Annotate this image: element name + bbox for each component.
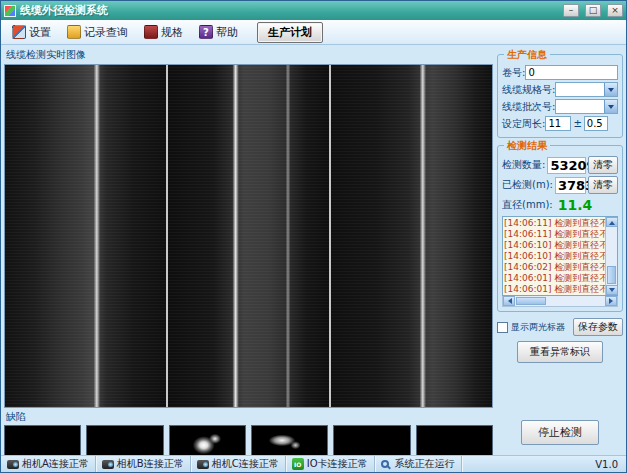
clear-length-button[interactable]: 清零 [588,176,618,194]
window-title: 线缆外径检测系统 [20,3,557,18]
roll-number-input[interactable]: 0 [525,65,618,80]
diameter-value: 11.4 [555,196,616,213]
main-content: 线缆检测实时图像 缺陷 生产信息 卷号: 0 [1,45,626,455]
production-plan-button[interactable]: 生产计划 [257,22,323,43]
system-running-label: 系统正在运行 [395,457,455,471]
production-info-title: 生产信息 [504,48,550,62]
camera-c-view [331,65,492,407]
log-vertical-scrollbar[interactable] [605,217,617,295]
detection-results-title: 检测结果 [504,139,550,153]
help-button[interactable]: ? 帮助 [192,22,245,43]
scroll-left-icon[interactable] [503,296,515,306]
settings-icon [12,25,26,39]
defect-thumbnails [4,425,493,455]
settings-button[interactable]: 设置 [5,22,58,43]
log-entry: [14:06:02] 检测到直径不合格 [504,262,604,273]
options-row: 显示两光标器 保存参数 [497,318,623,336]
review-anomaly-button[interactable]: 重看异常标识 [517,341,603,363]
stop-detection-button[interactable]: 停止检测 [521,420,599,445]
girth-tolerance-input[interactable]: 0.5 [584,116,608,131]
record-query-label: 记录查询 [84,25,128,40]
cursor-display-label: 显示两光标器 [511,321,570,334]
girth-value-input[interactable]: 11 [545,116,571,131]
defect-thumbnail[interactable] [169,425,246,455]
specs-icon [144,25,158,39]
save-params-button[interactable]: 保存参数 [573,318,623,336]
plus-minus-symbol: ± [573,118,581,129]
measured-length-value: 3783.3 [555,177,586,194]
scroll-right-icon[interactable] [605,296,617,306]
camera-a-status: 相机A连接正常 [1,456,96,472]
scroll-down-icon[interactable] [606,285,618,295]
specs-button[interactable]: 规格 [137,22,190,43]
status-bar: 相机A连接正常 相机B连接正常 相机C连接正常 IO IO卡连接正常 系统正在运… [1,455,626,472]
log-horizontal-scrollbar[interactable] [502,296,618,307]
diameter-label: 直径(mm): [502,198,553,212]
maximize-button[interactable]: □ [585,4,601,17]
vertical-scroll-thumb[interactable] [607,266,616,284]
scroll-up-icon[interactable] [606,217,618,227]
camera-b-status-icon [102,460,114,469]
settings-label: 设置 [29,25,51,40]
camera-c-status-label: 相机C连接正常 [212,457,279,471]
girth-setting-label: 设定周长: [502,117,545,131]
log-entry: [14:06:01] 检测到直径不合格 [504,273,604,284]
specs-label: 规格 [161,25,183,40]
camera-b-view [168,65,329,407]
cable-batch-select[interactable] [555,99,618,114]
camera-c-status: 相机C连接正常 [191,456,286,472]
cursor-display-checkbox[interactable] [497,322,508,333]
chevron-down-icon[interactable] [604,83,617,96]
defect-thumbnail[interactable] [86,425,163,455]
defect-thumbnail[interactable] [251,425,328,455]
io-card-status-icon: IO [292,458,304,470]
log-entry: [14:06:01] 检测到直径不合格 [504,284,604,295]
system-running-status: 系统正在运行 [375,456,462,472]
roll-number-label: 卷号: [502,66,525,80]
side-panel: 生产信息 卷号: 0 线缆规格号: 线缆批次号: 设定周长: 11 ± [497,47,623,453]
log-entry: [14:06:10] 检测到直径不合格 [504,251,604,262]
camera-c-status-icon [197,460,209,469]
live-image-label: 线缆检测实时图像 [4,47,493,64]
measured-length-label: 已检测(m): [502,178,553,192]
clear-count-button[interactable]: 清零 [588,156,618,174]
detection-results-group: 检测结果 检测数量: 53209 清零 已检测(m): 3783.3 清零 直径… [497,145,623,312]
camera-a-status-label: 相机A连接正常 [22,457,89,471]
io-card-status: IO IO卡连接正常 [286,456,375,472]
chevron-down-icon[interactable] [604,100,617,113]
defect-thumbnail[interactable] [416,425,493,455]
app-icon [4,5,16,17]
camera-b-status: 相机B连接正常 [96,456,191,472]
production-info-group: 生产信息 卷号: 0 线缆规格号: 线缆批次号: 设定周长: 11 ± [497,54,623,138]
camera-a-view [5,65,166,407]
count-label: 检测数量: [502,158,545,172]
app-window: 线缆外径检测系统 – □ × 设置 记录查询 规格 ? 帮助 生产计划 线缆检测… [0,0,627,473]
cable-spec-select[interactable] [555,82,618,97]
camera-a-status-icon [7,460,19,469]
log-entry: [14:06:11] 检测到直径不合格 [504,229,604,240]
close-button[interactable]: × [607,4,623,17]
log-entry: [14:06:11] 检测到直径不合格 [504,218,604,229]
record-query-button[interactable]: 记录查询 [60,22,135,43]
camera-panel [4,64,493,408]
cable-spec-label: 线缆规格号: [502,83,555,97]
count-value: 53209 [547,157,586,174]
help-icon: ? [199,25,213,39]
production-plan-label: 生产计划 [268,26,312,39]
magnifier-icon [381,460,389,468]
cable-batch-label: 线缆批次号: [502,100,555,114]
alarm-log-box: [14:06:11] 检测到直径不合格[14:06:11] 检测到直径不合格[1… [502,216,618,296]
title-bar: 线缆外径检测系统 – □ × [1,1,626,20]
minimize-button[interactable]: – [563,4,579,17]
records-icon [67,25,81,39]
defect-label: 缺陷 [4,408,493,425]
horizontal-scroll-thumb[interactable] [516,297,546,305]
io-card-status-label: IO卡连接正常 [307,457,368,471]
defect-thumbnail[interactable] [333,425,410,455]
camera-area: 线缆检测实时图像 缺陷 [4,47,493,453]
defect-thumbnail[interactable] [4,425,81,455]
help-label: 帮助 [216,25,238,40]
log-entry: [14:06:10] 检测到直径不合格 [504,240,604,251]
log-list[interactable]: [14:06:11] 检测到直径不合格[14:06:11] 检测到直径不合格[1… [503,217,605,295]
version-label: V1.0 [587,459,626,470]
